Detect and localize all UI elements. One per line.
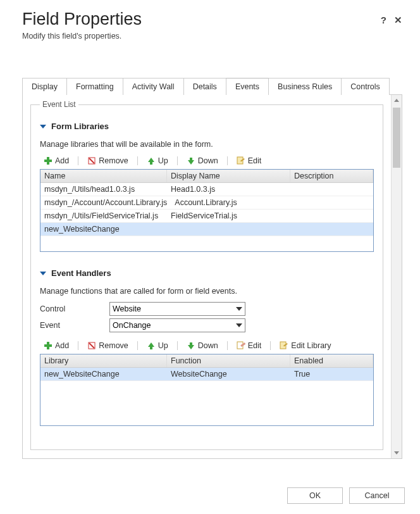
cell-name: msdyn_/Utils/head1.0.3.js [40, 183, 167, 196]
table-row[interactable]: msdyn_/Utils/head1.0.3.js Head1.0.3.js [40, 183, 373, 196]
page-title: Field Properties [22, 9, 142, 29]
tab-display[interactable]: Display [22, 78, 67, 95]
separator [177, 341, 178, 350]
edit-button[interactable]: Edit [233, 155, 266, 166]
event-handlers-header[interactable]: Event Handlers [40, 268, 374, 278]
scroll-down-icon[interactable] [392, 448, 402, 458]
cell-display: Account.Library.js [171, 196, 294, 209]
edit-library-icon [280, 341, 288, 350]
column-display-name[interactable]: Display Name [167, 170, 290, 182]
down-label: Down [198, 156, 218, 165]
down-button[interactable]: Down [183, 155, 222, 166]
cell-display: Head1.0.3.js [167, 183, 290, 196]
tab-details[interactable]: Details [183, 78, 226, 95]
help-icon[interactable]: ? [381, 15, 386, 26]
table-row[interactable]: new_WebsiteChange [40, 223, 373, 236]
form-libraries-title: Form Libraries [51, 122, 109, 131]
form-libraries-toolbar: Add Remove Up [40, 155, 374, 166]
event-select[interactable]: OnChange [109, 318, 245, 332]
up-button[interactable]: Up [143, 155, 172, 166]
separator [177, 156, 178, 165]
close-icon[interactable]: ✕ [394, 15, 402, 26]
cell-function: WebsiteChange [167, 368, 290, 380]
collapse-icon [40, 272, 46, 275]
table-row[interactable]: msdyn_/Utils/FieldServiceTrial.js FieldS… [40, 210, 373, 223]
event-handlers-toolbar: Add Remove Up [40, 340, 374, 351]
tab-activity-wall[interactable]: Activity Wall [123, 78, 184, 95]
cell-name: msdyn_/Utils/FieldServiceTrial.js [40, 210, 167, 222]
pencil-icon [237, 341, 245, 350]
svg-rect-1 [44, 160, 52, 162]
separator [227, 341, 228, 350]
separator [78, 341, 78, 350]
down-button[interactable]: Down [183, 340, 222, 351]
add-button[interactable]: Add [40, 155, 73, 166]
remove-label: Remove [99, 156, 128, 165]
up-button[interactable]: Up [143, 340, 172, 351]
column-library[interactable]: Library [40, 354, 167, 367]
table-empty-area [40, 381, 373, 425]
separator [78, 156, 78, 165]
table-row[interactable]: new_WebsiteChange WebsiteChange True [40, 368, 373, 381]
separator [137, 341, 138, 350]
edit-label: Edit [248, 156, 262, 165]
form-libraries-desc: Manage libraries that will be available … [40, 140, 374, 149]
arrow-down-icon [187, 156, 195, 165]
column-enabled[interactable]: Enabled [290, 354, 373, 367]
column-name[interactable]: Name [40, 170, 167, 182]
remove-label: Remove [99, 341, 128, 350]
ok-button[interactable]: OK [287, 487, 343, 504]
control-select[interactable]: Website [109, 302, 245, 316]
plus-icon [44, 341, 52, 350]
svg-line-3 [89, 158, 94, 163]
form-libraries-header[interactable]: Form Libraries [40, 122, 374, 131]
cell-name: msdyn_/Account/Account.Library.js [40, 196, 171, 209]
scroll-thumb[interactable] [393, 108, 400, 168]
separator [270, 341, 271, 350]
edit-icon [237, 156, 245, 165]
remove-button[interactable]: Remove [83, 340, 132, 351]
tab-business-rules[interactable]: Business Rules [268, 78, 342, 95]
cell-enabled: True [290, 368, 373, 380]
column-description[interactable]: Description [290, 170, 373, 182]
cell-desc [290, 183, 373, 196]
cancel-button[interactable]: Cancel [349, 487, 405, 504]
edit-button[interactable]: Edit [233, 340, 266, 351]
arrow-up-icon [147, 341, 156, 350]
cell-desc [290, 210, 373, 222]
table-empty-area [40, 236, 373, 251]
add-button[interactable]: Add [40, 340, 73, 351]
edit-label: Edit [248, 341, 262, 350]
edit-library-button[interactable]: Edit Library [276, 340, 335, 351]
tab-bar: Display Formatting Activity Wall Details… [22, 77, 402, 95]
svg-rect-7 [44, 344, 52, 347]
cell-library: new_WebsiteChange [40, 368, 167, 380]
event-handlers-table: Library Function Enabled new_WebsiteChan… [40, 354, 374, 426]
scroll-up-icon[interactable] [392, 95, 402, 106]
delete-icon [87, 156, 96, 165]
event-select-value: OnChange [113, 321, 151, 330]
tab-formatting[interactable]: Formatting [66, 78, 123, 95]
tab-controls[interactable]: Controls [341, 78, 390, 95]
cell-display: FieldServiceTrial.js [167, 210, 290, 222]
arrow-down-icon [187, 341, 195, 350]
edit-library-label: Edit Library [291, 341, 331, 350]
event-list-fieldset: Event List Form Libraries Manage librari… [30, 100, 383, 450]
cell-display [167, 223, 290, 235]
add-label: Add [55, 156, 69, 165]
collapse-icon [40, 125, 46, 128]
svg-line-9 [89, 343, 94, 348]
remove-button[interactable]: Remove [83, 155, 132, 166]
tab-events[interactable]: Events [226, 78, 269, 95]
column-function[interactable]: Function [167, 354, 290, 367]
event-label: Event [40, 321, 109, 330]
add-label: Add [55, 341, 69, 350]
event-list-legend: Event List [40, 100, 78, 109]
arrow-up-icon [147, 156, 156, 165]
cell-name: new_WebsiteChange [40, 223, 167, 235]
separator [137, 156, 138, 165]
vertical-scrollbar[interactable] [391, 95, 402, 458]
delete-icon [87, 341, 96, 350]
up-label: Up [158, 341, 168, 350]
table-row[interactable]: msdyn_/Account/Account.Library.js Accoun… [40, 196, 373, 210]
